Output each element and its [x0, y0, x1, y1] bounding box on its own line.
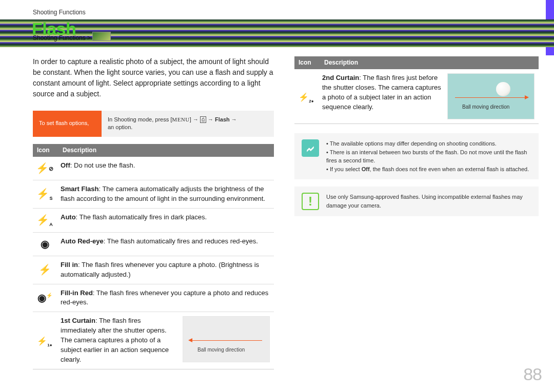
flash-label: Flash — [215, 116, 230, 122]
table-header-row: Icon Description — [33, 144, 274, 157]
first-curtain-diagram: Ball moving direction — [183, 316, 270, 362]
warning-note-box: ! Use only Samsung-approved flashes. Usi… — [294, 187, 539, 216]
right-column: Icon Description ⚡2● 2nd Curtain: The fl… — [294, 56, 539, 369]
th-icon: Icon — [33, 144, 58, 157]
flash-1st-curtain-icon: ⚡1● — [33, 312, 58, 369]
table-row: ⚡2● 2nd Curtain: The flash fires just be… — [294, 69, 539, 124]
table-row: ⚡1● 1st Curtain: The flash fires immedia… — [33, 312, 274, 369]
flash-auto-icon: ⚡A — [33, 208, 58, 232]
row-title: Fill-in Red — [61, 289, 93, 297]
breadcrumb-sub: Shooting Functions > — [33, 34, 91, 43]
flash-fillred-icon: ◉⚡ — [33, 284, 58, 312]
row-title: 2nd Curtain — [322, 74, 359, 81]
th-desc: Description — [320, 56, 539, 69]
note-line: If you select Off, the flash does not fi… — [326, 165, 531, 174]
flash-redeye-icon: ◉ — [33, 232, 58, 256]
th-desc: Description — [58, 144, 274, 157]
row-text: : The flash fires whenever you capture a… — [61, 261, 259, 278]
breadcrumb-thumb — [92, 32, 111, 41]
arrow-icon: → — [193, 116, 199, 122]
breadcrumb: Shooting Functions — [33, 8, 86, 17]
note-icon — [302, 139, 319, 157]
diagram-caption: Ball moving direction — [197, 346, 245, 354]
arrow-icon: → — [231, 116, 237, 122]
camera-icon: ⎙ — [200, 116, 206, 123]
flash-smart-icon: ⚡S — [33, 180, 58, 209]
row-title: Smart Flash — [61, 185, 98, 193]
second-curtain-diagram: Ball moving direction — [447, 73, 535, 119]
title-banner: Flash Shooting Functions > — [0, 19, 554, 47]
setbox-label: To set flash options, — [33, 111, 102, 137]
row-text: : The flash automatically fires and redu… — [104, 237, 258, 245]
page-number: 88 — [523, 362, 542, 387]
row-title: Fill in — [61, 261, 78, 269]
intro-paragraph: In order to capture a realistic photo of… — [33, 56, 274, 99]
table-row: ⚡⊘ Off: Do not use the flash. — [33, 157, 274, 180]
diagram-caption: Ball moving direction — [462, 104, 509, 111]
note-line: There is an interval between two bursts … — [326, 148, 531, 165]
row-title: 1st Curtain — [61, 317, 95, 324]
table-row: ◉ Auto Red-eye: The flash automatically … — [33, 232, 274, 256]
note-body: The available options may differ dependi… — [326, 139, 531, 173]
table-row: ⚡A Auto: The flash automatically fires i… — [33, 208, 274, 232]
left-column: In order to capture a realistic photo of… — [33, 56, 274, 369]
flash-2nd-curtain-icon: ⚡2● — [294, 69, 320, 124]
table-row: ⚡S Smart Flash: The camera automatically… — [33, 180, 274, 209]
row-text: : Do not use the flash. — [70, 161, 135, 169]
th-icon: Icon — [294, 56, 320, 69]
row-title: Auto — [61, 213, 76, 221]
note-body: Use only Samsung-approved flashes. Using… — [326, 193, 531, 210]
info-note-box: The available options may differ dependi… — [294, 133, 539, 179]
flash-off-icon: ⚡⊘ — [33, 157, 58, 180]
flash-options-table: Icon Description ⚡⊘ Off: Do not use the … — [33, 144, 274, 369]
flash-fillin-icon: ⚡ — [33, 256, 58, 284]
flash-options-table-continued: Icon Description ⚡2● 2nd Curtain: The fl… — [294, 56, 539, 124]
note-line: The available options may differ dependi… — [326, 139, 531, 148]
setbox-instruction: In Shooting mode, press [MENU] → ⎙ → Fla… — [102, 111, 274, 137]
setbox-prefix: In Shooting mode, press [ — [108, 116, 172, 122]
row-title: Off — [61, 161, 70, 169]
table-row: ◉⚡ Fill-in Red: The flash fires whenever… — [33, 284, 274, 312]
table-row: ⚡ Fill in: The flash fires whenever you … — [33, 256, 274, 284]
menu-key: MENU — [172, 116, 189, 122]
arrow-icon: → — [208, 116, 213, 122]
setbox-suffix: an option. — [108, 124, 132, 130]
row-title: Auto Red-eye — [61, 237, 104, 245]
warning-icon: ! — [302, 193, 319, 210]
set-flash-options-box: To set flash options, In Shooting mode, … — [33, 111, 274, 137]
row-text: : The flash automatically fires in dark … — [76, 213, 207, 221]
table-header-row: Icon Description — [294, 56, 539, 69]
